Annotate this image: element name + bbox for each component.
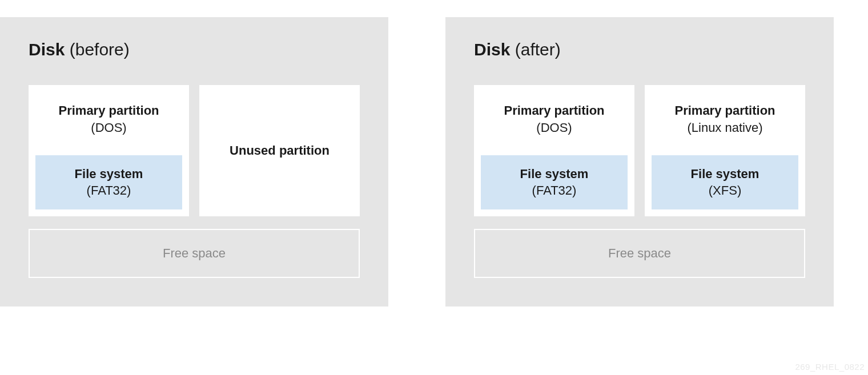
disk-title-before: Disk (before) — [29, 40, 360, 59]
diagram-container: Disk (before) Primary partition (DOS) Fi… — [0, 0, 868, 324]
free-space-before: Free space — [29, 229, 360, 278]
filesystem-subtitle: (XFS) — [657, 182, 793, 199]
free-space-label: Free space — [35, 246, 353, 261]
filesystem-title: File system — [657, 166, 793, 183]
partition-title: Primary partition — [652, 102, 798, 119]
free-space-label: Free space — [481, 246, 798, 261]
partition-title: Primary partition — [35, 102, 182, 119]
partitions-row-before: Primary partition (DOS) File system (FAT… — [29, 85, 360, 216]
filesystem-box-fat32-before: File system (FAT32) — [35, 155, 182, 209]
partition-primary-linux-after: Primary partition (Linux native) File sy… — [645, 85, 805, 216]
partition-subtitle: (DOS) — [35, 119, 182, 136]
disk-title-rest: (after) — [510, 40, 560, 59]
unused-partition-label: Unused partition — [206, 143, 353, 158]
partition-subtitle: (Linux native) — [652, 119, 798, 136]
partition-title: Primary partition — [481, 102, 628, 119]
disk-panel-before: Disk (before) Primary partition (DOS) Fi… — [0, 17, 388, 307]
disk-panel-after: Disk (after) Primary partition (DOS) Fil… — [445, 17, 834, 307]
filesystem-box-xfs-after: File system (XFS) — [652, 155, 798, 209]
filesystem-box-fat32-after: File system (FAT32) — [481, 155, 628, 209]
watermark: 269_RHEL_0822 — [795, 362, 865, 372]
disk-title-after: Disk (after) — [474, 40, 805, 59]
disk-title-bold: Disk — [474, 40, 510, 59]
filesystem-title: File system — [41, 166, 176, 183]
filesystem-title: File system — [487, 166, 622, 183]
partition-subtitle: (DOS) — [481, 119, 628, 136]
free-space-after: Free space — [474, 229, 805, 278]
partition-primary-dos-before: Primary partition (DOS) File system (FAT… — [29, 85, 189, 216]
filesystem-subtitle: (FAT32) — [41, 182, 176, 199]
partition-unused-before: Unused partition — [199, 85, 360, 216]
disk-title-bold: Disk — [29, 40, 65, 59]
disk-title-rest: (before) — [65, 40, 129, 59]
partitions-row-after: Primary partition (DOS) File system (FAT… — [474, 85, 805, 216]
filesystem-subtitle: (FAT32) — [487, 182, 622, 199]
partition-primary-dos-after: Primary partition (DOS) File system (FAT… — [474, 85, 634, 216]
